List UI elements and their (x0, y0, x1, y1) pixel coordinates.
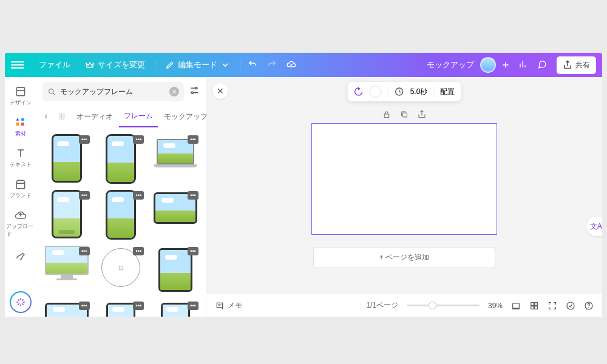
svg-rect-4 (16, 183, 24, 188)
tab-shape[interactable]: 形 (53, 107, 70, 127)
duplicate-icon[interactable] (400, 110, 409, 119)
frame-item[interactable]: ⊡••• (97, 246, 146, 294)
frame-item[interactable]: ••• (97, 190, 146, 240)
zoom-value[interactable]: 39% (488, 302, 503, 310)
nav-text[interactable]: テキスト (6, 144, 35, 172)
item-menu[interactable]: ••• (188, 302, 198, 310)
nav-design[interactable]: デザイン (6, 82, 35, 110)
translate-button[interactable]: 文A (586, 217, 602, 236)
notes-icon (215, 301, 225, 311)
frames-grid[interactable]: ••• ••• ••• ••• ••• ••• ••• ⊡••• ••• •••… (36, 128, 206, 317)
color-picker[interactable] (370, 86, 382, 98)
filter-button[interactable] (189, 85, 200, 98)
svg-rect-13 (531, 302, 534, 305)
frame-item[interactable]: ••• (151, 300, 200, 317)
app-window: ファイル サイズを変更 編集モード モックアップ 共有 デザイン (5, 53, 602, 317)
tab-audio[interactable]: オーディオ (72, 107, 118, 127)
close-panel-button[interactable]: ✕ (212, 83, 228, 99)
svg-rect-9 (384, 114, 389, 118)
nav-elements[interactable]: 素材 (6, 113, 35, 141)
resize-button[interactable]: サイズを変更 (78, 59, 152, 70)
item-menu[interactable]: ••• (188, 247, 198, 255)
help-icon[interactable] (584, 301, 594, 311)
frame-item[interactable]: ••• (97, 134, 146, 184)
canvas-area[interactable]: ✕ 5.0秒 配置 + ページを追加 文A メモ (206, 77, 602, 317)
item-menu[interactable]: ••• (79, 247, 90, 255)
sparkle-icon (15, 297, 26, 308)
zoom-slider[interactable] (407, 305, 480, 306)
draw-icon (15, 248, 27, 260)
file-menu[interactable]: ファイル (32, 59, 78, 70)
frame-item[interactable]: ••• (151, 134, 200, 184)
svg-rect-14 (535, 302, 538, 305)
frame-item[interactable]: ••• (42, 300, 91, 317)
svg-rect-12 (513, 308, 520, 309)
check-circle-icon[interactable] (566, 301, 575, 311)
fullscreen-icon[interactable] (548, 301, 557, 311)
item-menu[interactable]: ••• (133, 191, 144, 200)
magic-button[interactable] (10, 291, 32, 313)
comment-button[interactable] (532, 59, 552, 71)
grid-view-icon[interactable] (529, 301, 539, 311)
nav-brand[interactable]: ブランド (6, 175, 35, 203)
item-menu[interactable]: ••• (188, 135, 198, 144)
document-title[interactable]: モックアップ (427, 59, 474, 70)
add-member-button[interactable] (498, 58, 513, 72)
menu-icon[interactable] (11, 61, 24, 69)
item-menu[interactable]: ••• (133, 302, 144, 310)
item-menu[interactable]: ••• (79, 191, 90, 200)
plus-icon (501, 60, 510, 70)
svg-rect-11 (513, 303, 520, 308)
redo-icon (267, 59, 277, 69)
animate-icon[interactable] (354, 87, 364, 96)
top-bar: ファイル サイズを変更 編集モード モックアップ 共有 (5, 53, 602, 77)
tab-frame[interactable]: フレーム (119, 106, 158, 127)
add-page-button[interactable]: + ページを追加 (313, 247, 495, 268)
export-icon[interactable] (418, 110, 427, 119)
item-menu[interactable]: ••• (79, 135, 90, 144)
frame-item[interactable]: ••• (151, 246, 200, 294)
duration-value[interactable]: 5.0秒 (410, 87, 428, 97)
tabs-prev[interactable] (40, 109, 52, 125)
frame-item[interactable]: ••• (42, 134, 91, 184)
unlock-icon[interactable] (382, 110, 392, 119)
item-menu[interactable]: ••• (79, 302, 90, 310)
chevron-down-icon (220, 60, 230, 70)
clear-search-button[interactable]: ✕ (169, 87, 179, 96)
chart-icon (518, 59, 527, 69)
item-menu[interactable]: ••• (188, 191, 198, 200)
canvas-page[interactable] (311, 123, 497, 235)
notes-button[interactable]: メモ (215, 300, 242, 311)
svg-rect-10 (403, 113, 407, 117)
frame-item[interactable]: ••• (97, 300, 146, 317)
undo-icon (248, 59, 257, 69)
user-avatar[interactable] (480, 57, 496, 73)
cloud-sync-button[interactable] (282, 59, 301, 71)
category-tabs: 形 オーディオ フレーム モックアップ (36, 106, 206, 128)
insights-button[interactable] (513, 59, 532, 71)
elements-panel: ✕ 形 オーディオ フレーム モックアップ ••• ••• ••• ••• ••… (36, 77, 206, 317)
pager-label: 1/1ページ (366, 300, 398, 311)
svg-rect-2 (16, 123, 19, 126)
nav-upload[interactable]: アップロード (6, 206, 35, 242)
redo-button[interactable] (262, 59, 282, 71)
cloud-check-icon (287, 59, 296, 69)
edit-mode-button[interactable]: 編集モード (158, 59, 237, 70)
item-menu[interactable]: ••• (133, 135, 144, 144)
tab-mockup[interactable]: モックアップ (159, 107, 212, 127)
share-button[interactable]: 共有 (557, 56, 596, 74)
search-box: ✕ (42, 82, 184, 101)
item-menu[interactable]: ••• (133, 247, 144, 255)
undo-button[interactable] (243, 59, 262, 71)
search-input[interactable] (60, 87, 166, 96)
position-button[interactable]: 配置 (440, 87, 455, 97)
nav-draw[interactable] (6, 244, 35, 264)
frame-item[interactable]: ••• (42, 246, 91, 294)
page-view-icon[interactable] (511, 301, 521, 311)
page-tools (382, 110, 427, 119)
frame-item[interactable]: ••• (42, 190, 91, 240)
frame-item[interactable]: ••• (151, 190, 200, 240)
sliders-icon (189, 85, 200, 96)
svg-point-17 (567, 302, 574, 309)
context-toolbar: 5.0秒 配置 (348, 82, 461, 101)
